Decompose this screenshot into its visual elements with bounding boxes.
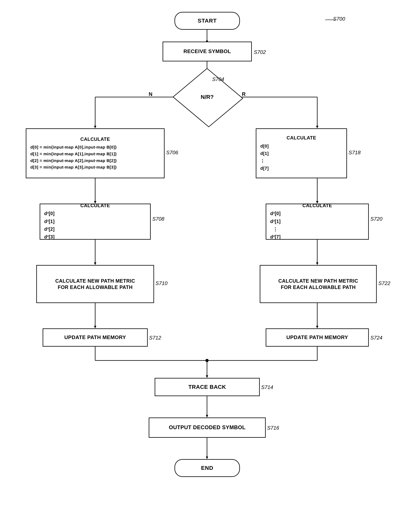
svg-marker-31 — [206, 456, 208, 459]
svg-marker-9 — [316, 126, 318, 128]
decision-node: N/R? — [175, 75, 240, 119]
s704-label: S704 — [212, 76, 224, 82]
flowchart-diagram: START S700 RECEIVE SYMBOL S702 N/R? S704… — [0, 0, 414, 532]
s718-label: S718 — [349, 150, 361, 156]
svg-marker-19 — [94, 326, 96, 328]
svg-marker-21 — [316, 326, 318, 328]
update-left-node: UPDATE PATH MEMORY — [43, 328, 148, 347]
svg-marker-29 — [206, 415, 208, 418]
update-right-node: UPDATE PATH MEMORY — [266, 328, 369, 347]
svg-marker-6 — [94, 126, 96, 128]
calc-left-node: CALCULATE d[0] = min{input·map A[0],inpu… — [26, 128, 165, 178]
receive-symbol-node: RECEIVE SYMBOL — [163, 42, 252, 61]
s712-label: S712 — [149, 335, 161, 341]
calc2-left-node: CALCULATE d²[0] d²[1] d²[2] d²[3] — [40, 204, 151, 240]
s702-label: S702 — [254, 49, 266, 55]
r-label: R — [242, 91, 246, 97]
end-node: END — [175, 459, 240, 477]
s706-label: S706 — [166, 150, 178, 156]
svg-marker-15 — [94, 262, 96, 265]
s716-label: S716 — [267, 425, 279, 431]
n-label: N — [149, 91, 152, 97]
svg-marker-26 — [206, 375, 208, 378]
s708-label: S708 — [152, 216, 164, 222]
calc2-right-node: CALCULATE d²[0] d²[1] ⋮ d²[7] — [266, 204, 369, 240]
svg-marker-17 — [316, 262, 318, 265]
output-node: OUTPUT DECODED SYMBOL — [149, 418, 266, 438]
svg-point-27 — [205, 359, 209, 362]
path-metric-right-node: CALCULATE NEW PATH METRICFOR EACH ALLOWA… — [260, 265, 377, 303]
s710-label: S710 — [156, 280, 168, 286]
calc-right-node: CALCULATE d[0] d[1] ⋮ d[7] — [256, 128, 347, 178]
s722-label: S722 — [378, 280, 390, 286]
trace-back-node: TRACE BACK — [155, 378, 260, 396]
s714-label: S714 — [261, 384, 273, 390]
s724-label: S724 — [370, 335, 383, 341]
s700-label: S700 — [333, 16, 345, 22]
path-metric-left-node: CALCULATE NEW PATH METRICFOR EACH ALLOWA… — [36, 265, 154, 303]
start-node: START — [175, 12, 240, 30]
s720-label: S720 — [370, 216, 383, 222]
